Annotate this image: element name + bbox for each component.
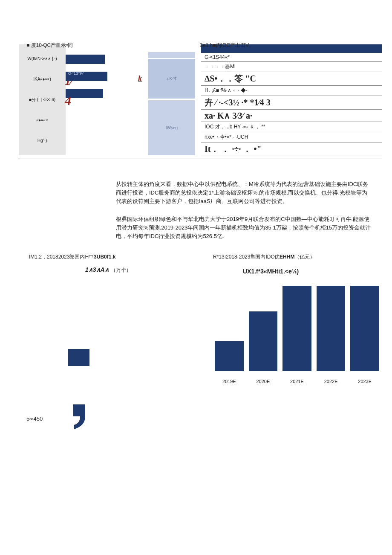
top-caption-right: Be1.h■内IOC产出田V。 [199,42,254,49]
sub-caption-left: 1∧3∧A∧ （万个） [85,266,131,274]
xaxis-2: 2021E [282,379,311,384]
comma-shape [72,404,87,429]
mcap-r-bold: EHHM [280,254,294,260]
left-small-bar [68,349,89,366]
bar-1 [66,55,105,64]
red-number-2: 4 [65,93,71,108]
mcap-r-prefix: R*13ı2018-2023隼国内IDC优 [213,254,280,260]
big-bar-2022 [317,286,346,371]
rp-row-8: It． ． ·÷· ． •" [201,142,382,156]
big-x-axis: 2019E 2020E 2021E 2022E 2023E [213,379,379,384]
right-bar-chart: 2019E 2020E 2021E 2022E 2023E [213,286,379,397]
mcap-r-unit: （亿元） [294,254,315,260]
rp-row-5: xa· K∧ 3⁄3⁄ a· [201,110,382,122]
rp-row-1: ：：：：器Mi [201,62,382,72]
left-label-0: W(fta*>>∕∧∧ | ·) [20,56,64,61]
left-label-2: ■分 (· | <<<.6) [20,97,64,102]
top-left-bars: 1⁄ 4 k O·*13⁄"K⁄ [66,44,142,155]
top-mid-panel: ♪·K·寸 IWseg [148,44,195,155]
sub-l-text: 1∧3∧A∧ [85,266,109,273]
big-bars-container [213,286,379,371]
mcap-l-bold: 3UB0f1.k [94,254,115,260]
xaxis-1: 2020E [249,379,278,384]
mcap-l-prefix: IM1.2，20182023郎国内H中 [29,254,94,260]
mid-bot-box: IWseg [148,100,195,156]
rp-row-3: I1. ,£■ f⅛·∧・ · ◆· [201,86,382,96]
rp-row-2: ∆S•．．笭 "C [201,72,382,86]
mid-caption-right: R*13ı2018-2023隼国内IDC优EHHM（亿元） [213,253,315,261]
top-diagram-block: ■ 度10·QC产皿示•同 Be1.h■内IOC产出田V。 W(fta*>>∕∧… [19,44,382,155]
sub-caption-right: UX1.f*3«MHti1.<e⅛) [243,268,299,275]
left-label-3: «♦««« [20,118,64,123]
top-right-table: G·<1S44«* ：：：：器Mi ∆S•．．笭 "C I1. ,£■ f⅛·∧… [201,44,382,155]
left-label-1: IKA«♦»<) [20,77,64,82]
big-bar-2023 [350,286,379,371]
paragraph-2: 根彝国际环保组织绿色和平与华北电力大学于2019年9月联合发布的C中国数—中心能… [116,215,372,241]
divider-line [19,159,382,159]
mid-caption-left: IM1.2，20182023郎国内H中3UB0f1.k [29,253,115,261]
xaxis-4: 2023E [350,379,379,384]
rp-row-7: nxe•・今•»* ···UCH [201,132,382,142]
paragraph-1: 从投转主体的角度来看，数据中心中以供配电系统、：M冷系统等为代表的运营基础设施主… [116,180,372,206]
rp-row-4: 卉 ⁄ ·-<3½ ·* *1⁄4 3 [201,96,382,110]
big-bar-2020 [249,311,278,371]
big-bar-2019 [215,341,244,371]
left-small-number: 5∞450 [26,416,43,422]
bar-2: O·*13⁄"K⁄ [66,72,107,81]
rp-row-6: IOC 才，...b HY »« ·κ ， ** [201,122,382,132]
bar-3 [66,89,103,98]
top-left-panel: W(fta*>>∕∧∧ | ·) IKA«♦»<) ■分 (· | <<<.6)… [19,44,142,155]
big-bar-2021 [282,286,311,371]
top-left-labels: W(fta*>>∕∧∧ | ·) IKA«♦»<) ■分 (· | <<<.6)… [19,44,66,155]
mid-top-box: ♪·K·寸 [148,59,195,99]
sub-l-unit: （万个） [111,267,131,273]
bar-2-text: O·*13⁄"K⁄ [68,71,83,76]
xaxis-0: 2019E [215,379,244,384]
xaxis-3: 2022E [317,379,346,384]
mid-head [148,52,195,58]
rp-row-0: G·<1S44«* [201,53,382,62]
left-label-4: Hg"·) [20,138,64,143]
